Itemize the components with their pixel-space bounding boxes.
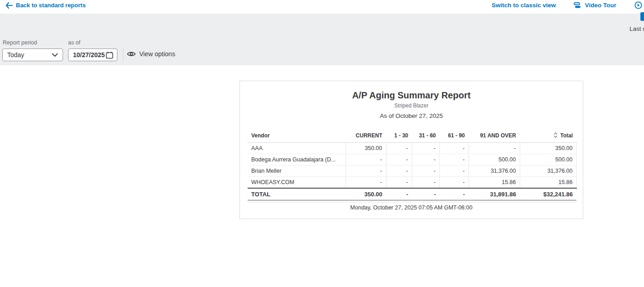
table-header-row: Vendor CURRENT 1 - 30 31 - 60 61 - 90 91…	[248, 130, 576, 143]
col-header-vendor: Vendor	[248, 130, 346, 143]
total-61-90: -	[439, 188, 468, 200]
cell-value: -	[386, 143, 412, 154]
video-tour-link[interactable]: Video Tour	[585, 2, 616, 9]
total-1-30: -	[386, 188, 412, 200]
clipped-action-button[interactable]	[640, 12, 644, 21]
col-header-total-label: Total	[560, 132, 573, 139]
back-link-label: Back to standard reports	[16, 2, 86, 9]
col-header-61-90: 61 - 90	[439, 130, 468, 143]
cell-value: -	[346, 165, 386, 177]
cell-value: -	[439, 154, 468, 165]
report-as-of: As of October 27, 2025	[240, 112, 583, 120]
ap-aging-report-page: Back to standard reports Switch to class…	[0, 0, 644, 287]
as-of-label: as of	[68, 39, 80, 46]
cell-value: -	[386, 154, 412, 165]
cell-value: -	[439, 143, 468, 154]
table-row: Bodega Aurrera Guadalajara (D...----500.…	[248, 154, 576, 165]
calendar-icon[interactable]	[106, 51, 113, 59]
cell-value: -	[412, 165, 439, 177]
col-header-31-60: 31 - 60	[412, 130, 439, 143]
arrow-left-icon	[5, 2, 13, 9]
cell-value: -	[439, 177, 468, 189]
report-period-select[interactable]: Today	[2, 49, 63, 61]
cell-value: 31,376.00	[468, 165, 520, 177]
total-current: 350.00	[346, 188, 386, 200]
cell-vendor: Bodega Aurrera Guadalajara (D...	[248, 154, 346, 165]
total-label: TOTAL	[248, 188, 346, 200]
table-row: Brian Meller----31,376.0031,376.00	[248, 165, 576, 177]
controls-divider	[123, 48, 123, 62]
view-options-button[interactable]: View options	[127, 50, 175, 58]
chevron-down-icon	[52, 53, 58, 57]
report-card: A/P Aging Summary Report Striped Blazer …	[239, 81, 583, 219]
report-title: A/P Aging Summary Report	[240, 90, 583, 100]
report-table-wrap: Vendor CURRENT 1 - 30 31 - 60 61 - 90 91…	[248, 130, 576, 202]
sort-icon[interactable]	[554, 132, 557, 138]
table-row: AAA350.00----350.00	[248, 143, 576, 154]
cell-vendor: AAA	[248, 143, 346, 154]
cell-value: 500.00	[520, 154, 576, 165]
view-options-label: View options	[139, 50, 175, 58]
table-row: WHOEASY.COM----15.8615.86	[248, 177, 576, 189]
cell-value: -	[346, 177, 386, 189]
col-header-total[interactable]: Total	[520, 130, 576, 143]
play-circle-icon	[634, 1, 642, 9]
col-header-current: CURRENT	[346, 130, 386, 143]
as-of-date-value: 10/27/2025	[73, 51, 105, 58]
as-of-date-input[interactable]: 10/27/2025	[68, 49, 117, 61]
report-period-label: Report period	[3, 39, 37, 46]
eye-icon	[127, 51, 136, 57]
report-company: Striped Blazer	[240, 102, 583, 109]
switch-to-classic-view-link[interactable]: Switch to classic view	[492, 2, 556, 9]
cell-value: 31,376.00	[520, 165, 576, 177]
cell-value: -	[386, 177, 412, 189]
last-updated-text: Last u	[629, 25, 644, 32]
total-double-underline	[248, 202, 576, 202]
cell-value: -	[412, 177, 439, 189]
cell-value: 500.00	[468, 154, 520, 165]
back-to-standard-reports-link[interactable]: Back to standard reports	[5, 2, 86, 9]
report-period-value: Today	[7, 51, 24, 58]
total-91-over: 31,891.86	[468, 188, 520, 200]
total-total: $32,241.86	[520, 188, 576, 200]
cell-value: -	[439, 165, 468, 177]
report-table-body: AAA350.00----350.00Bodega Aurrera Guadal…	[248, 143, 576, 189]
table-total-row: TOTAL 350.00 - - - 31,891.86 $32,241.86	[248, 188, 576, 200]
total-31-60: -	[412, 188, 439, 200]
video-tour-icon	[573, 2, 581, 9]
cell-vendor: WHOEASY.COM	[248, 177, 346, 189]
cell-value: 350.00	[520, 143, 576, 154]
cell-value: -	[468, 143, 520, 154]
cell-vendor: Brian Meller	[248, 165, 346, 177]
cell-value: -	[386, 165, 412, 177]
top-bar: Back to standard reports Switch to class…	[0, 0, 644, 14]
col-header-1-30: 1 - 30	[386, 130, 412, 143]
cell-value: 350.00	[346, 143, 386, 154]
report-table: Vendor CURRENT 1 - 30 31 - 60 61 - 90 91…	[248, 130, 577, 200]
cell-value: -	[412, 143, 439, 154]
cell-value: 15.86	[520, 177, 576, 189]
cell-value: -	[346, 154, 386, 165]
col-header-91-over: 91 AND OVER	[468, 130, 520, 143]
report-footer-timestamp: Monday, October 27, 2025 07:05 AM GMT-06…	[240, 204, 583, 211]
top-right-links: Switch to classic view Video Tour Video …	[492, 1, 644, 9]
cell-value: 15.86	[468, 177, 520, 189]
cell-value: -	[412, 154, 439, 165]
